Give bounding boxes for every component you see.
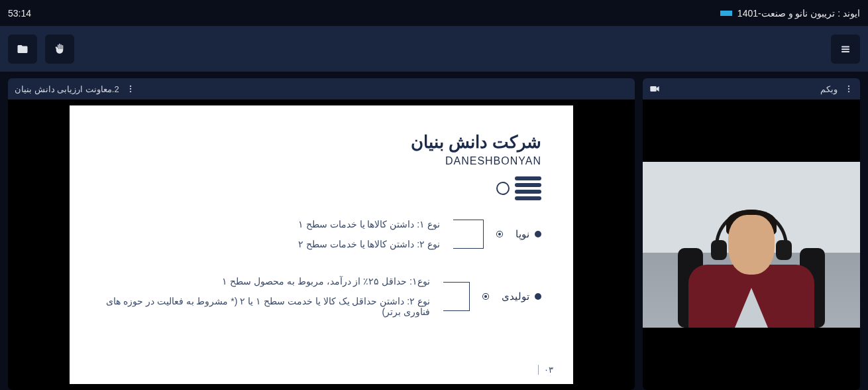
line-text: نوع۱: حداقل ۲۵٪ از درآمد، مربوط به محصول… [101,276,430,287]
dot-sm-icon [483,294,488,299]
slide: شرکت دانش بنیان DANESHBONYAN نوپا [70,105,573,384]
camera-icon[interactable] [649,85,660,93]
svg-point-6 [848,86,849,87]
group-nopa-label-text: نوپا [515,228,529,240]
content-area: 2.معاونت ارزیابی دانش بنیان شرکت دانش بن… [0,72,868,390]
group-tolidi: تولیدی نوع۱: حداقل ۲۵٪ از درآمد، مربوط ب… [101,276,541,317]
group-tolidi-label-text: تولیدی [502,291,529,302]
presentation-body: شرکت دانش بنیان DANESHBONYAN نوپا [8,99,635,390]
slide-title: شرکت دانش بنیان [101,132,541,153]
svg-point-3 [130,86,131,87]
group-tolidi-label: تولیدی [502,291,541,302]
more-icon[interactable] [844,84,853,94]
event-title-text: ایوند : تریبون نانو و صنعت-1401 [737,8,860,19]
webcam-body [643,99,860,390]
event-title: ایوند : تریبون نانو و صنعت-1401 [720,8,860,19]
dot-sm-icon [497,231,502,237]
bracket-icon [443,282,470,311]
slide-page-number: ۰۳ [538,365,553,375]
hand-icon [54,43,66,55]
raise-hand-button[interactable] [45,34,74,64]
more-icon[interactable] [126,84,135,94]
folder-button[interactable] [8,34,37,64]
group-nopa-label: نوپا [515,228,541,240]
svg-point-7 [848,88,849,90]
bracket-icon [453,220,484,249]
svg-rect-9 [650,86,656,92]
webcam-panel: وبکم [643,78,860,390]
svg-rect-0 [841,46,849,48]
group-tolidi-lines: نوع۱: حداقل ۲۵٪ از درآمد، مربوط به محصول… [101,276,430,317]
dot-icon [535,231,541,237]
toolbar [0,27,868,72]
webcam-panel-title: وبکم [820,84,838,94]
svg-point-5 [130,91,131,92]
recording-timer: 53:14 [8,8,31,19]
top-bar: 53:14 ایوند : تریبون نانو و صنعت-1401 [0,0,868,27]
slide-subtitle: DANESHBONYAN [101,155,541,167]
presentation-panel: 2.معاونت ارزیابی دانش بنیان شرکت دانش بن… [8,78,635,390]
webcam-video [643,162,860,328]
line-text: نوع ۲: داشتن کالاها یا خدمات سطح ۲ [298,239,440,249]
menu-button[interactable] [831,34,860,64]
slide-decor [101,176,541,200]
menu-icon [840,43,851,55]
svg-rect-2 [841,51,849,52]
svg-point-8 [848,91,849,92]
brand-bar-icon [720,11,732,16]
group-nopa: نوپا نوع ۱: داشتن کالاها یا خدمات سطح ۱ … [101,219,541,249]
line-text: نوع ۱: داشتن کالاها یا خدمات سطح ۱ [298,219,440,229]
svg-point-4 [130,88,131,90]
group-nopa-lines: نوع ۱: داشتن کالاها یا خدمات سطح ۱ نوع ۲… [298,219,440,249]
webcam-panel-header: وبکم [643,78,860,99]
presentation-panel-title: 2.معاونت ارزیابی دانش بنیان [15,84,119,94]
folder-icon [17,43,28,55]
line-text: نوع ۲: داشتن حداقل یک کالا یا خدمت سطح ۱… [101,296,430,317]
presentation-panel-header: 2.معاونت ارزیابی دانش بنیان [8,78,635,99]
dot-icon [535,293,541,300]
svg-rect-1 [841,48,849,50]
